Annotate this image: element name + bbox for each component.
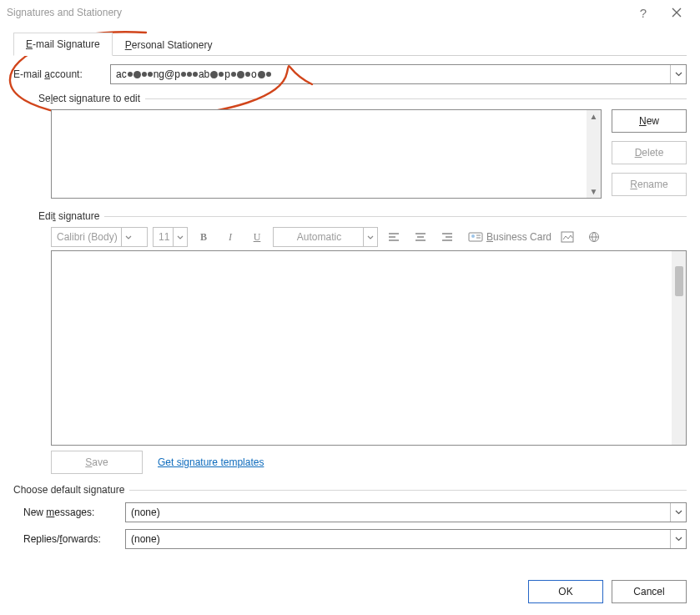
align-right-button[interactable] [436,227,458,247]
rename-button[interactable]: Rename [612,173,687,196]
bold-button[interactable]: B [193,227,214,247]
chevron-down-icon [670,530,686,548]
chevron-down-icon [173,228,187,246]
scroll-up-icon: ▲ [590,112,598,121]
svg-point-1 [471,234,475,238]
svg-rect-0 [469,233,482,241]
help-button[interactable]: ? [627,0,660,25]
chevron-down-icon [670,65,686,83]
scrollbar[interactable] [672,251,686,445]
signature-list[interactable]: ▲ ▼ [51,109,602,199]
ok-button[interactable]: OK [528,580,603,603]
tab-email-signature[interactable]: E-mail Signature [13,33,113,56]
replies-forwards-label: Replies/forwards: [23,533,125,545]
business-card-button[interactable]: Business Card [468,231,551,243]
align-left-button[interactable] [383,227,405,247]
tab-personal-stationery[interactable]: Personal Stationery [113,33,225,56]
close-button[interactable] [660,0,693,25]
new-messages-label: New messages: [23,507,125,518]
insert-picture-button[interactable] [556,227,578,247]
insert-link-button[interactable] [583,227,605,247]
new-messages-combo[interactable]: (none) [125,502,687,522]
save-button[interactable]: Save [51,451,143,474]
scrollbar[interactable]: ▲ ▼ [587,110,601,198]
choose-default-label: Choose default signature [13,484,687,496]
email-account-combo[interactable]: acng@pabpo [110,64,687,84]
business-card-icon [468,231,483,243]
cancel-button[interactable]: Cancel [612,580,687,603]
align-center-button[interactable] [410,227,431,247]
tab-bar: E-mail Signature Personal Stationery [13,32,687,56]
chevron-down-icon [121,228,135,246]
font-size-combo[interactable]: 11 [153,227,188,247]
signature-editor[interactable] [51,250,687,446]
replies-forwards-combo[interactable]: (none) [125,529,687,549]
underline-button[interactable]: U [246,227,268,247]
font-family-combo[interactable]: Calibri (Body) [51,227,148,247]
select-signature-label: Select signature to edit [38,93,687,104]
new-button[interactable]: New [612,109,687,133]
get-templates-link[interactable]: Get signature templates [158,456,264,468]
chevron-down-icon [670,503,686,522]
edit-signature-label: Edit signature [38,210,687,222]
scroll-down-icon: ▼ [590,187,598,196]
chevron-down-icon [363,228,377,246]
email-account-label: E-mail account: [13,68,110,80]
window-title: Signatures and Stationery [7,7,627,18]
font-color-combo[interactable]: Automatic [273,227,378,247]
italic-button[interactable]: I [219,227,241,247]
delete-button[interactable]: Delete [612,141,687,164]
